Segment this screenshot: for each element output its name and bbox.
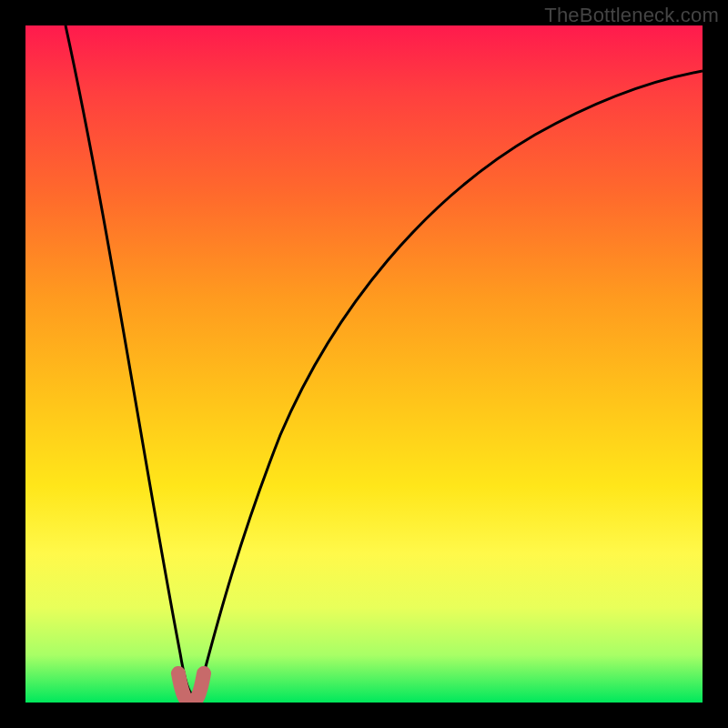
plot-svg <box>25 25 703 703</box>
chart-frame <box>25 25 703 703</box>
valley-marker <box>178 673 204 703</box>
curve-right <box>198 71 703 693</box>
curve-left <box>66 25 191 693</box>
attribution-text: TheBottleneck.com <box>544 4 719 27</box>
